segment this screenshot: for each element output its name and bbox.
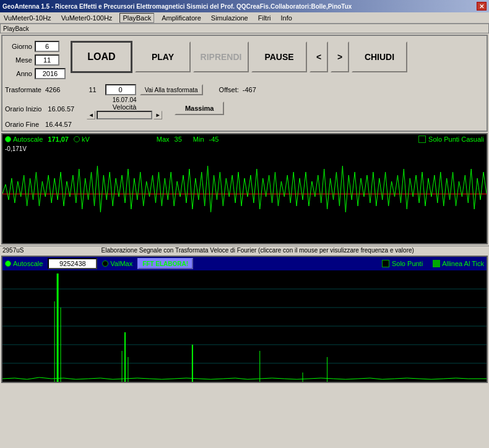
allinea-label: Allinea Al Tick	[442, 260, 484, 267]
giorno-label: Giorno	[7, 43, 32, 50]
min-label: Min	[193, 136, 204, 143]
mese-input[interactable]	[35, 54, 59, 66]
velocita-area: Velocità	[113, 103, 137, 111]
waveform-canvas[interactable]: -0,171V	[2, 144, 487, 243]
fft-solo-punti-label: Solo Punti	[392, 260, 423, 267]
orario-inizio-row: Orario Inizio 16.06.57	[5, 105, 74, 113]
kv-radio[interactable]: kV	[74, 136, 90, 143]
transform-input[interactable]	[105, 84, 136, 95]
menu-vumeter-10hz[interactable]: VuMeter0-10Hz	[1, 14, 54, 22]
max-val: 35	[175, 136, 182, 143]
menu-amplificatore[interactable]: Amplificatore	[159, 14, 204, 22]
kv-dot	[74, 136, 80, 142]
play-button[interactable]: PLAY	[135, 41, 191, 72]
mese-label: Mese	[7, 56, 32, 64]
fft-autoscale-radio[interactable]: Autoscale	[5, 260, 43, 267]
massima-button[interactable]: Massima	[175, 101, 224, 115]
load-button[interactable]: LOAD	[71, 41, 132, 73]
fft-autoscale-dot	[5, 261, 11, 267]
orario-fine-label: Orario Fine	[5, 121, 39, 128]
velocita-time: 16.07.04	[113, 97, 137, 103]
allinea-tick: Allinea Al Tick	[433, 260, 484, 267]
autoscale-radio[interactable]: Autoscale	[5, 136, 43, 143]
velocita-sub: Velocità	[113, 103, 137, 111]
offset-val: -467	[243, 86, 256, 93]
title-bar: GeoAntenna 1.5 - Ricerca Effetti e Precu…	[0, 0, 489, 12]
fft-svg	[2, 270, 487, 382]
control-panel: Giorno Mese Anno LOAD PLAY RIPRENDI PAUS…	[1, 35, 488, 132]
solo-punti-fft: Solo Punti	[382, 260, 423, 267]
solo-punti-label: Solo Punti Casuali	[428, 136, 484, 143]
title-text: GeoAntenna 1.5 - Ricerca Effetti e Precu…	[2, 3, 352, 10]
fft-canvas[interactable]	[2, 270, 487, 382]
min-val: -45	[209, 136, 219, 143]
allinea-checkbox[interactable]	[433, 260, 440, 267]
chiudi-button[interactable]: CHIUDI	[352, 41, 407, 72]
waveform-value: 171,07	[48, 136, 69, 143]
slider-container: ◄ ►	[87, 111, 162, 119]
prev-button[interactable]: <	[309, 41, 328, 72]
pause-button[interactable]: PAUSE	[251, 41, 307, 72]
valmax-label: ValMax	[110, 260, 132, 267]
status-bar: 2957uS Elaborazione Segnale con Trasform…	[0, 246, 489, 254]
vai-button[interactable]: Vai Alla trasformata	[140, 84, 203, 95]
playback-bar: PlayBack	[0, 24, 489, 33]
trasformate-label: Trasformate	[5, 86, 41, 93]
menu-filtri[interactable]: Filtri	[256, 14, 274, 22]
close-btn[interactable]: ✕	[477, 2, 487, 11]
giorno-input[interactable]	[35, 41, 59, 52]
fft-section: Autoscale ValMax FFT ELABORA! Solo Punti…	[1, 256, 488, 383]
offset-label: Offset:	[219, 86, 239, 93]
anno-input[interactable]	[35, 68, 66, 79]
slider-right[interactable]: ►	[154, 111, 162, 119]
solo-punti-checkbox[interactable]	[418, 136, 426, 143]
waveform-svg	[2, 144, 487, 243]
menu-info[interactable]: Info	[279, 14, 295, 22]
orario-inizio-label: Orario Inizio	[5, 105, 41, 113]
menu-bar: VuMeter0-10Hz VuMeter0-100Hz PlayBack Am…	[0, 12, 489, 24]
fft-value-input[interactable]	[48, 258, 97, 269]
playback-label: PlayBack	[3, 25, 29, 32]
status-time: 2957uS	[2, 247, 24, 254]
riprendi-button[interactable]: RIPRENDI	[193, 41, 249, 72]
orario-fine-row: Orario Fine 16.44.57	[5, 121, 484, 128]
status-message: Elaborazione Segnale con Trasformata Vel…	[28, 247, 487, 254]
fft-solo-punti-checkbox[interactable]	[382, 260, 389, 267]
trasformate-val: 4266	[45, 86, 60, 93]
valmax-radio[interactable]: ValMax	[102, 260, 132, 267]
button-row: LOAD PLAY RIPRENDI PAUSE < > CHIUDI	[71, 41, 482, 73]
menu-simulazione[interactable]: Simulazione	[209, 14, 251, 22]
fft-elabora-button[interactable]: FFT ELABORA!	[137, 258, 193, 269]
autoscale-label: Autoscale	[13, 136, 43, 143]
date-fields: Giorno Mese Anno	[7, 41, 66, 80]
orario-fine-val: 16.44.57	[45, 121, 72, 128]
max-label: Max	[157, 136, 170, 143]
next-button[interactable]: >	[331, 41, 349, 72]
menu-playback[interactable]: PlayBack	[119, 13, 154, 23]
fft-autoscale-label: Autoscale	[13, 260, 43, 267]
solo-punti-area: Solo Punti Casuali	[418, 136, 484, 143]
autoscale-dot	[5, 136, 11, 142]
info-row-1: Trasformate 4266 11 Vai Alla trasformata…	[5, 84, 484, 95]
transform-num: 11	[89, 86, 96, 93]
waveform-controls: Autoscale 171,07 kV Max 35 Min -45 Solo …	[2, 134, 487, 144]
anno-label: Anno	[7, 70, 32, 77]
orario-inizio-val: 16.06.57	[48, 105, 74, 113]
slider-track[interactable]	[97, 111, 152, 119]
kv-label: kV	[82, 136, 90, 143]
fft-controls: Autoscale ValMax FFT ELABORA! Solo Punti…	[2, 257, 487, 270]
waveform-section: Autoscale 171,07 kV Max 35 Min -45 Solo …	[1, 133, 488, 244]
valmax-dot	[102, 261, 108, 267]
menu-vumeter-100hz[interactable]: VuMeter0-100Hz	[59, 14, 115, 22]
slider-left[interactable]: ◄	[87, 111, 95, 119]
